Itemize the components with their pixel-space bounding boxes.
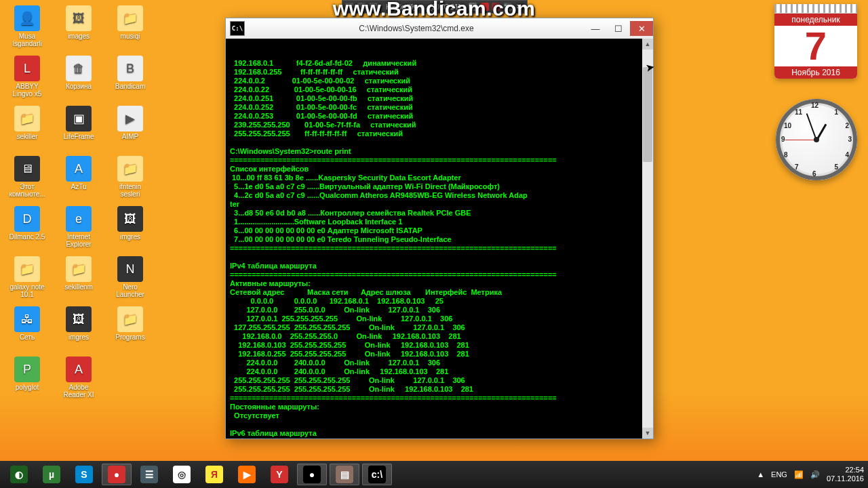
icon-label: Adobe Reader XI <box>63 384 94 399</box>
desktop-icon[interactable]: DDilmanc 2.5 <box>5 206 49 255</box>
minimize-button[interactable]: — <box>584 21 607 36</box>
app-icon: ▶ <box>238 466 256 483</box>
clock-num: 5 <box>834 163 838 171</box>
desktop-icon[interactable]: Ppolyglot <box>5 357 49 405</box>
desktop-icon[interactable]: 🖼imgres <box>57 306 100 355</box>
desktop-icon[interactable]: 🗑Корзина <box>57 56 100 104</box>
volume-icon[interactable]: 🔊 <box>810 470 820 479</box>
scroll-thumb[interactable] <box>643 67 652 162</box>
file-icon: ▣ <box>66 106 92 131</box>
desktop-icon[interactable]: 🖧Сеть <box>5 306 49 355</box>
taskbar-item[interactable]: ◎ <box>167 464 197 485</box>
app-icon: Y <box>271 466 288 483</box>
taskbar-item[interactable]: ☰ <box>134 464 164 485</box>
desktop-icon[interactable]: ▶AIMP <box>108 106 152 155</box>
desktop-icon[interactable]: 📁sekiller <box>5 106 49 155</box>
desktop-icon[interactable]: 📁galaxy note 10.1 <box>5 256 49 305</box>
network-icon[interactable]: 📶 <box>794 470 804 479</box>
system-tray[interactable]: ▲ ENG 📶 🔊 22:54 07.11.2016 <box>757 466 864 483</box>
file-icon: 🗑 <box>66 56 92 81</box>
clock-gadget[interactable]: 12 1 2 3 4 5 6 7 8 9 10 11 <box>776 99 857 180</box>
calendar-day: 7 <box>774 26 857 66</box>
scroll-down-icon[interactable]: ▼ <box>642 428 653 439</box>
clock-num: 8 <box>784 151 788 159</box>
app-icon: ● <box>108 466 125 483</box>
tray-date: 07.11.2016 <box>827 474 864 483</box>
taskbar-item[interactable]: ● <box>297 464 327 485</box>
taskbar-item[interactable]: ▶ <box>232 464 262 485</box>
icon-label: Internet Explorer <box>66 233 91 248</box>
taskbar-item[interactable]: c:\ <box>362 464 392 485</box>
icon-label: Nero Launcher <box>116 283 144 298</box>
icon-label: galaxy note 10.1 <box>9 283 44 298</box>
desktop-icon[interactable]: 🖼imgres <box>108 206 152 255</box>
file-icon: 🖧 <box>14 306 40 332</box>
desktop-icon[interactable]: 🖼images <box>57 5 100 54</box>
cmd-scrollbar[interactable]: ▲ ▼ <box>642 39 653 439</box>
icon-label: LifeFrame <box>63 133 94 140</box>
icon-label: imgres <box>68 333 89 341</box>
desktop-icon[interactable]: 🖥Этот компьюте... <box>5 156 49 205</box>
icon-label: polyglot <box>16 384 39 391</box>
desktop-icon[interactable]: 📁Programs <box>108 306 152 355</box>
icon-label: Dilmanc 2.5 <box>9 233 45 241</box>
icon-label: Bandicam <box>115 83 145 90</box>
file-icon: N <box>117 256 143 282</box>
file-icon: A <box>66 357 92 382</box>
app-icon: S <box>75 466 93 483</box>
desktop-icon[interactable]: AAzTu <box>57 156 100 205</box>
close-button[interactable]: ✕ <box>630 21 653 36</box>
tray-up-icon[interactable]: ▲ <box>757 470 764 479</box>
desktop-icon[interactable]: ▣LifeFrame <box>57 106 100 155</box>
clock-num: 9 <box>781 136 785 143</box>
desktop-icon[interactable]: 📁ifritenin sesleri <box>108 156 152 205</box>
taskbar-item[interactable]: ◐ <box>4 464 34 485</box>
icon-label: musiqi <box>121 33 140 40</box>
taskbar-item[interactable]: µ <box>37 464 66 485</box>
file-icon: 📁 <box>66 256 92 282</box>
icon-label: sekillenm <box>64 283 93 291</box>
taskbar-item[interactable]: ● <box>102 464 132 485</box>
cmd-titlebar[interactable]: C:\ C:\Windows\System32\cmd.exe — ☐ ✕ <box>226 18 653 39</box>
desktop-icon[interactable]: eInternet Explorer <box>57 206 100 255</box>
desktop-icon[interactable]: BBandicam <box>108 56 152 104</box>
file-icon: 🖥 <box>14 156 40 182</box>
maximize-button[interactable]: ☐ <box>607 21 630 36</box>
clock-num: 2 <box>845 122 849 129</box>
desktop-icon[interactable]: LABBYY Lingvo x5 <box>5 56 49 104</box>
file-icon: 📁 <box>14 256 40 282</box>
file-icon: 📁 <box>117 306 143 332</box>
desktop-icon[interactable]: 👤Musa Isgandarli <box>5 5 49 54</box>
calendar-gadget[interactable]: понедельник 7 Ноябрь 2016 <box>774 4 857 79</box>
taskbar-item[interactable]: ▤ <box>330 464 359 485</box>
scroll-up-icon[interactable]: ▲ <box>642 39 653 49</box>
clock-center <box>814 137 819 142</box>
clock-num: 6 <box>812 170 816 178</box>
tray-lang[interactable]: ENG <box>771 470 787 479</box>
app-icon: ◎ <box>173 466 191 483</box>
calendar-month: Ноябрь 2016 <box>774 66 857 79</box>
tray-clock[interactable]: 22:54 07.11.2016 <box>827 466 864 483</box>
cmd-output[interactable]: 192.168.0.1 f4-f2-6d-af-fd-02 динамическ… <box>226 39 653 439</box>
desktop-icon[interactable]: 📁sekillenm <box>57 256 100 305</box>
app-icon: c:\ <box>368 466 386 483</box>
icon-label: imgres <box>120 233 140 241</box>
app-icon: ☰ <box>140 466 158 483</box>
desktop-icon[interactable]: 📁musiqi <box>108 5 152 54</box>
file-icon: P <box>14 357 40 382</box>
cmd-title: C:\Windows\System32\cmd.exe <box>249 24 584 33</box>
taskbar-item[interactable]: Я <box>199 464 229 485</box>
taskbar-item[interactable]: S <box>69 464 99 485</box>
icon-label: AIMP <box>122 133 138 140</box>
icon-label: ifritenin sesleri <box>119 183 141 198</box>
file-icon: 👤 <box>14 5 40 31</box>
file-icon: 📁 <box>117 5 143 31</box>
app-icon: ● <box>303 466 321 483</box>
desktop-icon[interactable]: NNero Launcher <box>108 256 152 305</box>
taskbar-item[interactable]: Y <box>264 464 294 485</box>
icon-label: Корзина <box>66 83 92 90</box>
file-icon: 🖼 <box>117 206 143 232</box>
cmd-icon: C:\ <box>230 21 245 36</box>
icon-label: sekiller <box>16 133 37 140</box>
desktop-icon[interactable]: AAdobe Reader XI <box>57 357 100 405</box>
